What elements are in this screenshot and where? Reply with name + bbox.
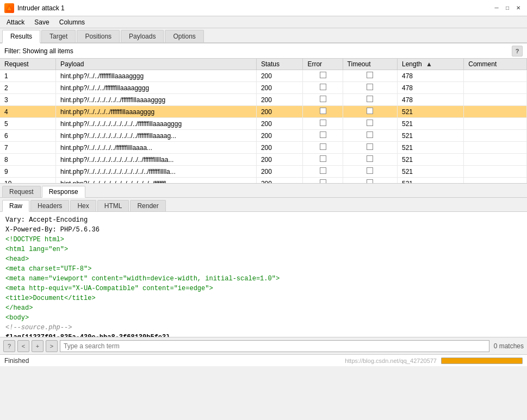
search-help-button[interactable]: ? — [3, 340, 15, 352]
response-line: <head> — [5, 254, 522, 264]
tab-inner-hex[interactable]: Hex — [70, 200, 96, 211]
tab-options[interactable]: Options — [165, 30, 203, 42]
cell-length: 478 — [398, 70, 464, 82]
col-error[interactable]: Error — [303, 59, 343, 70]
cell-id: 1 — [0, 70, 56, 82]
search-prev-button[interactable]: < — [17, 340, 29, 352]
match-count: 0 matches — [494, 342, 524, 350]
cell-error — [303, 142, 343, 154]
app-icon — [4, 3, 14, 13]
title-bar-left: Intruder attack 1 — [4, 3, 65, 13]
tab-results[interactable]: Results — [2, 30, 40, 43]
tab-target[interactable]: Target — [41, 30, 76, 42]
response-line: <meta name="viewport" content="width=dev… — [5, 274, 522, 284]
close-button[interactable]: ✕ — [514, 4, 523, 12]
col-comment[interactable]: Comment — [464, 59, 527, 70]
cell-length: 478 — [398, 94, 464, 106]
tab-sub-request[interactable]: Request — [2, 186, 41, 197]
table-row[interactable]: 6 hint.php?/../../../../../../../../../f… — [0, 130, 527, 142]
table-row[interactable]: 9 hint.php?/../../../../../../../../../.… — [0, 166, 527, 178]
cell-id: 4 — [0, 106, 56, 118]
tab-sub-response[interactable]: Response — [42, 186, 85, 198]
tab-inner-headers[interactable]: Headers — [30, 200, 69, 211]
response-line: X-Powered-By: PHP/5.6.36 — [5, 225, 522, 235]
cell-payload: hint.php?/../../../../../../../../../../… — [56, 166, 257, 178]
table-row[interactable]: 5 hint.php?/../../../../../../../../../f… — [0, 118, 527, 130]
title-controls: ─ □ ✕ — [492, 4, 523, 12]
table-row[interactable]: 3 hint.php?/../../../../../../ffffffllla… — [0, 94, 527, 106]
table-row[interactable]: 10 hint.php?/../../../../../../../../../… — [0, 178, 527, 184]
cell-status: 200 — [256, 166, 303, 178]
col-request[interactable]: Request — [0, 59, 56, 70]
response-line: </head> — [5, 303, 522, 313]
cell-error — [303, 130, 343, 142]
cell-error — [303, 106, 343, 118]
cell-status: 200 — [256, 154, 303, 166]
filter-text: Filter: Showing all items — [4, 47, 73, 55]
response-line: <title>Document</title> — [5, 293, 522, 303]
tab-inner-render[interactable]: Render — [130, 200, 165, 211]
table-row[interactable]: 1 hint.php?/../../fffffflllaaaagggg 200 … — [0, 70, 527, 82]
response-content-area: Vary: Accept-EncodingX-Powered-By: PHP/5… — [0, 212, 527, 337]
cell-comment — [464, 118, 527, 130]
cell-status: 200 — [256, 82, 303, 94]
cell-payload: hint.php?/../../fffffflllaaaagggg — [56, 70, 257, 82]
search-next-button[interactable]: + — [32, 340, 44, 352]
cell-length: 521 — [398, 178, 464, 184]
table-row[interactable]: 4 hint.php?/../../../../fffffflllaaaaggg… — [0, 106, 527, 118]
window-title: Intruder attack 1 — [17, 4, 65, 12]
filter-help-button[interactable]: ? — [512, 46, 523, 57]
response-line: Vary: Accept-Encoding — [5, 215, 522, 225]
tab-payloads[interactable]: Payloads — [121, 30, 164, 42]
tab-inner-html[interactable]: HTML — [97, 200, 129, 211]
cell-timeout — [343, 70, 397, 82]
menu-columns[interactable]: Columns — [55, 17, 89, 27]
cell-payload: hint.php?/../../../../../ffffffllllaaaa.… — [56, 142, 257, 154]
table-row[interactable]: 2 hint.php?/../../../fffffflllaaaagggg 2… — [0, 82, 527, 94]
cell-error — [303, 178, 343, 184]
cell-length: 521 — [398, 166, 464, 178]
tab-inner-raw[interactable]: Raw — [2, 200, 29, 212]
cell-error — [303, 94, 343, 106]
progress-bar — [441, 358, 523, 364]
col-timeout[interactable]: Timeout — [343, 59, 397, 70]
col-length[interactable]: Length ▲ — [398, 59, 464, 70]
cell-length: 521 — [398, 118, 464, 130]
title-bar: Intruder attack 1 ─ □ ✕ — [0, 0, 527, 16]
cell-comment — [464, 70, 527, 82]
cell-status: 200 — [256, 130, 303, 142]
cell-error — [303, 82, 343, 94]
response-line: flag{11237f01-825a-430e-bba8-3f68139b5fe… — [5, 333, 522, 337]
cell-payload: hint.php?/../../../fffffflllaaaagggg — [56, 82, 257, 94]
cell-timeout — [343, 166, 397, 178]
cell-id: 7 — [0, 142, 56, 154]
cell-payload: hint.php?/../../../../../../../../../../… — [56, 154, 257, 166]
table-row[interactable]: 8 hint.php?/../../../../../../../../../.… — [0, 154, 527, 166]
cell-comment — [464, 178, 527, 184]
cell-id: 9 — [0, 166, 56, 178]
cell-payload: hint.php?/../../../../../../fffffflllaaa… — [56, 94, 257, 106]
menu-save[interactable]: Save — [30, 17, 53, 27]
sub-tab-bar: RequestResponse — [0, 184, 527, 198]
response-line: <html lang="en"> — [5, 245, 522, 254]
col-payload[interactable]: Payload — [56, 59, 257, 70]
maximize-button[interactable]: □ — [503, 4, 512, 12]
search-input[interactable] — [60, 340, 489, 352]
minimize-button[interactable]: ─ — [492, 4, 501, 12]
filter-bar: Filter: Showing all items ? — [0, 43, 527, 59]
table-body: 1 hint.php?/../../fffffflllaaaagggg 200 … — [0, 70, 527, 184]
search-nav-button[interactable]: > — [46, 340, 58, 352]
cell-length: 521 — [398, 130, 464, 142]
cell-status: 200 — [256, 94, 303, 106]
tab-positions[interactable]: Positions — [77, 30, 120, 42]
menu-attack[interactable]: Attack — [2, 17, 29, 27]
status-text: Finished — [4, 357, 29, 365]
cell-timeout — [343, 130, 397, 142]
cell-id: 3 — [0, 94, 56, 106]
cell-error — [303, 154, 343, 166]
cell-timeout — [343, 178, 397, 184]
col-status[interactable]: Status — [256, 59, 303, 70]
cell-comment — [464, 94, 527, 106]
table-row[interactable]: 7 hint.php?/../../../../../ffffffllllaaa… — [0, 142, 527, 154]
cell-error — [303, 166, 343, 178]
